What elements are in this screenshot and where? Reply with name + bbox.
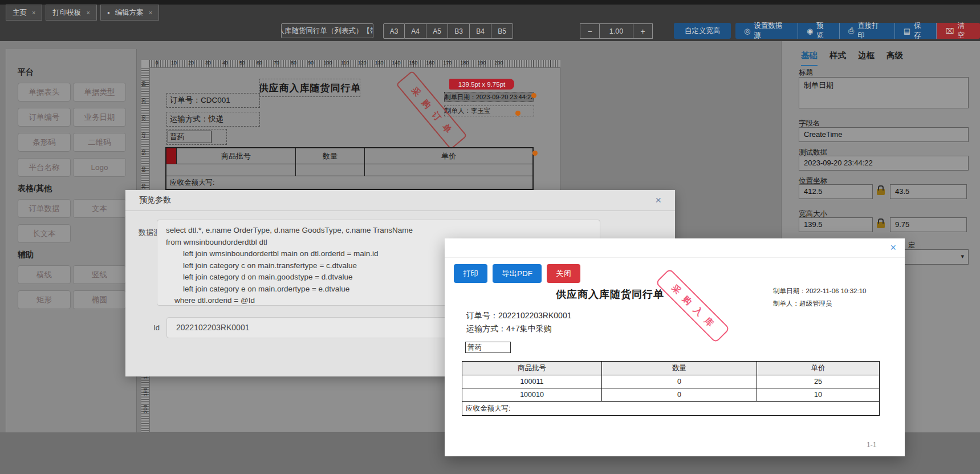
resize-handle[interactable] (515, 111, 521, 116)
tab-advanced[interactable]: 高级 (887, 50, 903, 66)
field-name-input[interactable]: CreateTime (799, 127, 969, 142)
palette-grid: 订单数据文本长文本 (18, 199, 136, 243)
palette-button[interactable]: 二维码 (73, 133, 126, 152)
close-icon[interactable]: × (655, 195, 661, 205)
template-name-input[interactable]: 入库随货同行单（列表式）【带 (281, 23, 373, 38)
palette-button[interactable]: 长文本 (18, 224, 71, 243)
lock-icon[interactable] (877, 222, 885, 228)
table-cell[interactable] (365, 164, 532, 176)
close-icon[interactable]: × (890, 242, 896, 253)
resize-handle[interactable] (531, 93, 536, 98)
ruler-number: 60 (257, 60, 262, 66)
preview-order-no: 订单号：2022102203RK0001 (466, 311, 571, 321)
width-input[interactable]: 139.5 (799, 217, 873, 232)
save-button[interactable]: ▤ 保存 (895, 23, 937, 39)
printer-icon: ⎙ (848, 26, 854, 35)
palette-button[interactable]: 竖线 (73, 265, 126, 284)
col-header-price: 单价 (757, 362, 879, 375)
amount-in-words-cell[interactable]: 应收金额大写: (166, 176, 532, 189)
palette-button[interactable]: 单据类型 (73, 83, 126, 102)
preview-button[interactable]: ◉ 预览 (798, 23, 840, 39)
save-icon: ▤ (904, 27, 910, 35)
custom-size-button[interactable]: 自定义宽高 (674, 23, 731, 39)
ruler-number: 50 (141, 149, 147, 155)
section-title: 表格/其他 (18, 184, 136, 194)
palette-button[interactable]: 横线 (18, 265, 71, 284)
size-tooltip: 139.5pt x 9.75pt (449, 79, 514, 90)
ruler-number: 40 (222, 60, 228, 66)
set-datasource-button[interactable]: ◎ 设置数据源 (735, 23, 798, 39)
preview-goods-type: 普药 (465, 342, 511, 353)
design-doc-title[interactable]: 供应商入库随货同行单 (259, 79, 360, 97)
paper-size-a4[interactable]: A4 (405, 23, 426, 39)
palette-button[interactable]: 订单编号 (18, 108, 71, 127)
test-data-input[interactable]: 2023-09-20 23:44:22 (799, 156, 969, 171)
cell-batch: 100011 (462, 375, 602, 388)
palette-button[interactable]: Logo (73, 158, 126, 177)
widget-palette: 平台单据表头单据类型订单编号业务日期条形码二维码平台名称Logo表格/其他订单数… (6, 49, 137, 432)
close-button[interactable]: 关闭 (547, 264, 580, 283)
paper-size-b3[interactable]: B3 (448, 23, 470, 39)
col-header-price[interactable]: 单价 (365, 148, 532, 164)
tab-style[interactable]: 样式 (829, 50, 846, 66)
window-top-strip (0, 0, 980, 5)
tab-label: 主页 (13, 8, 27, 18)
col-header-qty: 数量 (602, 362, 757, 375)
design-transport[interactable]: 运输方式：快递 (166, 112, 260, 127)
amount-in-words-cell: 应收金额大写: (462, 402, 879, 415)
export-pdf-button[interactable]: 导出PDF (493, 264, 542, 283)
direct-print-button[interactable]: ⎙ 直接打印 (840, 23, 895, 39)
tab-close-icon[interactable]: × (86, 9, 90, 16)
ruler-number: 10 (141, 81, 147, 87)
print-button[interactable]: 打印 (454, 264, 487, 283)
palette-button[interactable]: 矩形 (18, 290, 71, 309)
design-goods-type[interactable]: 普药 (166, 129, 227, 145)
paper-size-b4[interactable]: B4 (470, 23, 491, 39)
palette-button[interactable]: 椭圆 (73, 290, 126, 309)
table-red-marker[interactable] (166, 148, 177, 164)
pos-x-input[interactable]: 412.5 (799, 184, 873, 199)
ruler-number: 80 (291, 60, 296, 66)
palette-button[interactable]: 单据表头 (18, 83, 71, 102)
col-header-qty[interactable]: 数量 (296, 148, 365, 164)
zoom-in-button[interactable]: + (633, 23, 653, 39)
panel-tabs: 基础 样式 边框 高级 (801, 50, 903, 66)
tab-home[interactable]: 主页 × (6, 5, 42, 21)
tab-bar: 主页 × 打印模板 × ● 编辑方案 × (0, 5, 980, 21)
pos-y-input[interactable]: 43.5 (890, 184, 967, 199)
height-input[interactable]: 9.75 (890, 217, 967, 232)
zoom-value[interactable]: 1.00 (600, 23, 633, 39)
tab-close-icon[interactable]: × (149, 9, 152, 16)
design-order-no[interactable]: 订单号：CDC001 (166, 93, 260, 108)
design-table[interactable]: 商品批号 数量 单价 应收金额大写: (165, 147, 534, 190)
palette-button[interactable]: 业务日期 (73, 108, 126, 127)
ruler-number: 150 (409, 60, 417, 66)
table-cell[interactable] (166, 164, 296, 176)
table-cell[interactable] (296, 164, 365, 176)
title-textarea[interactable]: 制单日期 (799, 77, 969, 108)
tab-edit-scheme[interactable]: ● 编辑方案 × (100, 5, 159, 21)
palette-button[interactable]: 平台名称 (18, 158, 71, 177)
tab-basic[interactable]: 基础 (801, 50, 818, 66)
preview-creator: 制单人：超级管理员 (773, 299, 832, 308)
paper-size-b5[interactable]: B5 (491, 23, 513, 39)
ruler-number: 190 (143, 387, 148, 396)
ruler-number: 200 (143, 404, 148, 413)
paper-size-a5[interactable]: A5 (426, 23, 448, 39)
table-footer-row: 应收金额大写: (462, 402, 879, 415)
tab-border[interactable]: 边框 (858, 50, 875, 66)
tab-print-template[interactable]: 打印模板 × (46, 5, 96, 21)
col-header-batch[interactable]: 商品批号 (177, 148, 296, 164)
datasource-icon: ◎ (744, 27, 750, 35)
resize-handle[interactable] (532, 151, 538, 156)
design-creator[interactable]: 制单人：李玉宝 (444, 106, 534, 116)
lock-icon[interactable] (877, 189, 885, 195)
clear-button[interactable]: ⌧ 清空 (937, 23, 980, 39)
design-create-date-selected[interactable]: 制单日期：2023-09-20 23:44:22 (444, 92, 534, 102)
tab-close-icon[interactable]: × (32, 9, 35, 16)
palette-button[interactable]: 条形码 (18, 133, 71, 152)
paper-size-a3[interactable]: A3 (383, 23, 405, 39)
palette-button[interactable]: 文本 (73, 199, 126, 218)
zoom-out-button[interactable]: − (580, 23, 600, 39)
palette-button[interactable]: 订单数据 (18, 199, 71, 218)
